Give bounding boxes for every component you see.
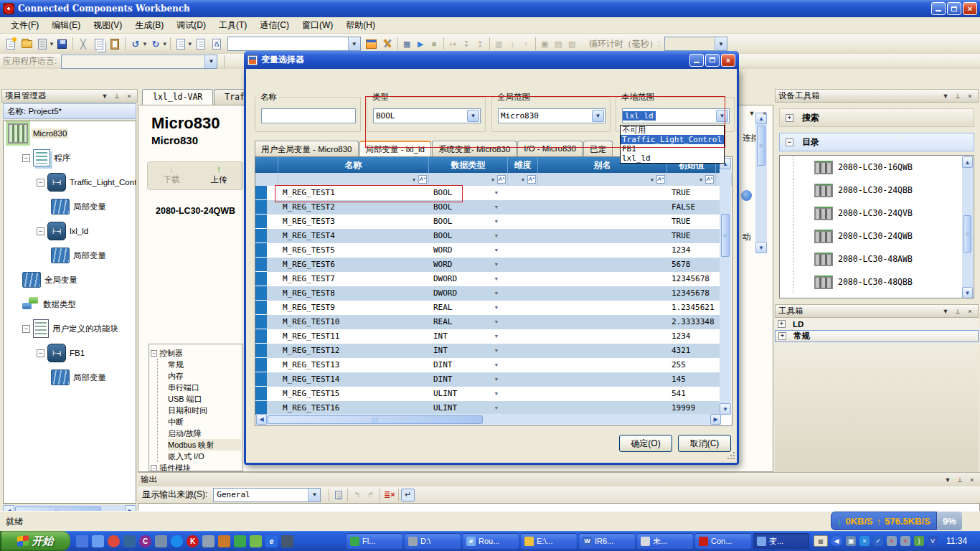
chevron-down-icon[interactable]: ▼ [495,315,498,329]
variable-dimension-cell[interactable] [508,372,538,387]
row-selector-cell[interactable] [255,387,267,401]
close-button[interactable]: × [963,2,977,15]
variable-alias-cell[interactable] [538,358,667,372]
paste-icon[interactable] [107,36,123,52]
grid-header-dim[interactable]: 维度 [508,157,538,173]
variable-name-cell[interactable]: M_REG_TEST11 [278,329,429,344]
variable-alias-cell[interactable] [538,186,667,200]
pin-icon[interactable]: ⊥ [953,306,963,316]
play-icon[interactable]: ▶ [414,37,428,50]
controller-item[interactable]: 启动/故障 [168,428,241,439]
variable-dimension-cell[interactable] [508,344,538,358]
variable-type-cell[interactable]: BOOL▼ [429,186,508,200]
upload-plc-icon[interactable]: ↑ [519,37,533,50]
dialog-minimize-button[interactable] [689,54,704,67]
device-item[interactable]: 2080-LC30-48AWB [780,248,974,270]
variable-initial-cell[interactable]: 541 [667,387,716,401]
variable-type-cell[interactable]: DINT▼ [429,372,508,387]
variable-alias-cell[interactable] [538,344,667,358]
device-item[interactable]: 2080-LC30-24QBB [780,179,974,202]
document-vscrollbar[interactable]: ▲ ▼ [755,113,767,253]
chevron-down-icon[interactable]: ▼ [49,41,55,47]
variable-dimension-cell[interactable] [508,358,538,372]
taskbar-button[interactable]: E:\... [521,533,577,549]
expand-icon[interactable]: + [778,332,786,340]
tree-item[interactable]: 数据类型 [4,292,136,316]
chevron-down-icon[interactable]: ▼ [495,387,498,401]
variable-name-cell[interactable]: M_REG_TEST7 [278,272,429,286]
catalog-section[interactable]: − 目录 [779,133,974,151]
variable-tab[interactable]: 已定 [583,141,613,156]
sort-az-icon[interactable]: A* [527,175,536,184]
variable-row[interactable]: M_REG_TEST2BOOL▼FALSE读 [255,200,732,215]
row-selector-cell[interactable] [255,315,267,329]
device-item[interactable]: 2080-LC30-16QWB [780,156,974,179]
variable-name-cell[interactable]: M_REG_TEST4 [278,229,429,243]
mail-icon[interactable] [92,535,104,547]
pin-icon[interactable]: ⊥ [953,91,963,101]
wave-icon[interactable] [123,535,136,547]
ie-icon[interactable]: e [265,535,278,547]
grid-vscrollbar[interactable]: ▲ ▼ [720,158,731,415]
filter-cell-type[interactable]: ▼A* [429,173,508,186]
variable-initial-cell[interactable]: 12345678 [667,272,716,286]
doc-close-icon[interactable]: × [760,108,770,118]
variable-initial-cell[interactable]: TRUE [667,229,716,243]
filter-arrow-icon[interactable]: ▼ [650,177,655,182]
variable-type-cell[interactable]: DINT▼ [429,358,508,372]
variable-row[interactable]: M_REG_TEST12INT▼4321读 [255,344,732,358]
variable-dimension-cell[interactable] [508,229,538,243]
stop-icon[interactable]: ■ [428,37,441,50]
variable-name-cell[interactable]: M_REG_TEST9 [278,301,429,315]
variable-alias-cell[interactable] [538,258,667,272]
row-selector-cell[interactable] [255,301,267,315]
kmplayer-icon[interactable]: K [187,535,199,547]
chevron-down-icon[interactable]: ▼ [495,215,498,229]
variable-dimension-cell[interactable] [508,272,538,286]
variable-name-cell[interactable]: M_REG_TEST12 [278,344,429,358]
row-selector-cell[interactable] [255,401,267,415]
variable-dimension-cell[interactable] [508,286,538,301]
chevron-down-icon[interactable]: ▼ [495,301,498,315]
variable-initial-cell[interactable]: 19999 [667,401,716,415]
configure-1-icon[interactable]: ▣ [538,37,552,50]
variable-type-cell[interactable]: WORD▼ [429,258,508,272]
dropdown-item[interactable]: lxl_ld [621,154,724,163]
menu-item[interactable]: 调试(D) [170,17,212,34]
find-in-files-icon[interactable]: A [209,36,225,52]
close-icon[interactable]: × [967,475,977,485]
collapse-icon[interactable]: − [22,154,30,162]
row-selector-cell[interactable] [255,229,267,243]
menu-item[interactable]: 工具(T) [212,17,253,34]
copy-icon[interactable] [91,36,107,52]
variable-initial-cell[interactable]: FALSE [667,200,716,215]
app-language-combo[interactable]: ▼ [61,55,217,69]
import-page-icon[interactable] [193,36,209,52]
ok-button[interactable]: 确定(O) [619,435,672,452]
variable-type-cell[interactable]: ULINT▼ [429,387,508,401]
filter-arrow-icon[interactable]: ▼ [491,177,496,182]
panel-menu-icon[interactable]: ▼ [941,91,951,101]
variable-type-cell[interactable]: REAL▼ [429,301,508,315]
collapse-icon[interactable]: − [37,227,44,235]
chevron-down-icon[interactable]: ▼ [495,243,498,258]
filter-cell-name[interactable]: ▼A* [278,173,429,186]
variable-row[interactable]: M_REG_TEST8DWORD▼12345678读 [255,286,732,301]
chevron-down-icon[interactable]: ▼ [495,186,498,200]
variable-row[interactable]: M_REG_TEST3BOOL▼TRUE读 [255,215,732,229]
variable-dimension-cell[interactable] [508,243,538,258]
wireless-icon[interactable]: ) [914,536,924,546]
variable-type-cell[interactable]: BOOL▼ [429,215,508,229]
variable-type-cell[interactable]: BOOL▼ [429,229,508,243]
notes-icon[interactable] [202,535,215,547]
chevron-down-icon[interactable]: ▼ [495,200,498,215]
row-selector-cell[interactable] [255,243,267,258]
global-scope-combo[interactable]: Micro830▼ [498,108,606,123]
variable-alias-cell[interactable] [538,329,667,344]
collapse-icon[interactable]: − [37,349,44,357]
variable-dimension-cell[interactable] [508,200,538,215]
filter-cell-alias[interactable]: ▼A* [538,173,667,186]
chevron-down-icon[interactable]: ▼ [495,229,498,243]
variable-name-cell[interactable]: M_REG_TEST6 [278,258,429,272]
configure-2-icon[interactable]: ▤ [552,37,565,50]
